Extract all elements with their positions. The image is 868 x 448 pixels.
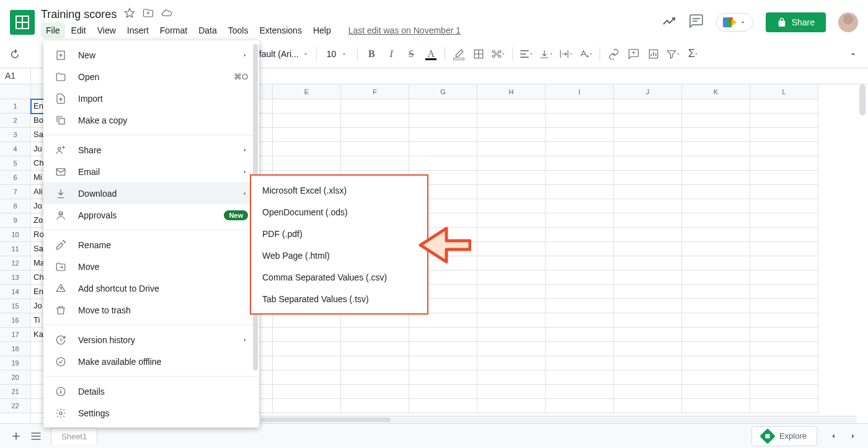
cell[interactable] — [477, 313, 546, 328]
cell[interactable] — [477, 228, 546, 242]
cell[interactable] — [682, 271, 750, 285]
cell[interactable] — [546, 399, 614, 413]
menu-tools[interactable]: Tools — [223, 23, 254, 38]
cell[interactable] — [546, 213, 614, 228]
last-edit-link[interactable]: Last edit was on November 1 — [348, 25, 461, 35]
cell[interactable] — [750, 370, 818, 385]
cell[interactable] — [614, 128, 682, 142]
row-header[interactable]: 1 — [0, 99, 30, 114]
cell[interactable] — [750, 256, 818, 271]
sheets-logo[interactable] — [10, 10, 35, 35]
cell[interactable] — [273, 399, 341, 413]
cell[interactable] — [273, 356, 341, 370]
menu-item-details[interactable]: Details — [43, 380, 259, 402]
menu-item-download[interactable]: Download — [43, 182, 259, 204]
menu-item-import[interactable]: Import — [43, 87, 259, 109]
filter-button[interactable] — [665, 45, 682, 63]
cell[interactable] — [750, 385, 818, 399]
row-header[interactable]: 10 — [0, 228, 30, 242]
cell[interactable] — [750, 356, 818, 370]
sheet-tab-1[interactable]: Sheet1 — [51, 428, 97, 445]
cell[interactable] — [750, 213, 818, 228]
menu-insert[interactable]: Insert — [122, 23, 154, 38]
cell[interactable] — [750, 114, 818, 128]
cell[interactable] — [409, 128, 477, 142]
cell[interactable] — [409, 99, 477, 114]
cell[interactable] — [546, 299, 614, 313]
row-header[interactable]: 9 — [0, 213, 30, 228]
cell[interactable] — [546, 385, 614, 399]
cell[interactable] — [273, 156, 341, 171]
cell[interactable] — [477, 328, 546, 342]
cell[interactable] — [682, 256, 750, 271]
cell[interactable] — [477, 156, 546, 171]
horizontal-scrollbar-thumb[interactable] — [260, 418, 391, 422]
submenu-item-xlsx[interactable]: Microsoft Excel (.xlsx) — [251, 179, 427, 201]
cell[interactable] — [477, 142, 546, 156]
cell[interactable] — [477, 356, 546, 370]
cell[interactable] — [750, 271, 818, 285]
cell[interactable] — [682, 199, 750, 213]
cell[interactable] — [477, 171, 546, 185]
cell[interactable] — [614, 213, 682, 228]
cell[interactable] — [409, 142, 477, 156]
cell[interactable] — [409, 328, 477, 342]
cell[interactable] — [341, 114, 409, 128]
cell[interactable] — [341, 399, 409, 413]
cell[interactable] — [750, 199, 818, 213]
row-header[interactable]: 6 — [0, 171, 30, 185]
document-title[interactable]: Training scores — [41, 8, 117, 21]
cell[interactable] — [750, 328, 818, 342]
column-header[interactable]: J — [614, 84, 682, 99]
insert-comment-button[interactable] — [625, 45, 642, 63]
column-header[interactable]: G — [409, 84, 477, 99]
row-header[interactable]: 11 — [0, 242, 30, 256]
vertical-scrollbar-thumb[interactable] — [859, 84, 866, 115]
cell[interactable] — [682, 399, 750, 413]
menu-format[interactable]: Format — [155, 23, 192, 38]
cell[interactable] — [614, 342, 682, 356]
cell[interactable] — [614, 256, 682, 271]
cell[interactable] — [614, 299, 682, 313]
column-header[interactable]: I — [546, 84, 614, 99]
add-sheet-button[interactable] — [6, 426, 26, 446]
row-header[interactable]: 22 — [0, 399, 30, 413]
cell[interactable] — [614, 313, 682, 328]
cell[interactable] — [546, 356, 614, 370]
cell[interactable] — [682, 242, 750, 256]
cell[interactable] — [546, 142, 614, 156]
submenu-item-ods[interactable]: OpenDocument (.ods) — [251, 201, 427, 223]
menu-item-rename[interactable]: Rename — [43, 234, 259, 256]
cell[interactable] — [341, 156, 409, 171]
menu-item-version-history[interactable]: Version history — [43, 329, 259, 351]
cell[interactable] — [750, 285, 818, 299]
column-header[interactable]: E — [273, 84, 341, 99]
name-box[interactable]: A1 — [0, 68, 31, 84]
cell[interactable] — [750, 399, 818, 413]
menu-item-approvals[interactable]: Approvals New — [43, 204, 259, 226]
row-header[interactable]: 14 — [0, 285, 30, 299]
cell[interactable] — [477, 399, 546, 413]
column-header[interactable]: K — [682, 84, 750, 99]
cell[interactable] — [273, 370, 341, 385]
insert-link-button[interactable] — [605, 45, 622, 63]
cell[interactable] — [546, 114, 614, 128]
strikethrough-button[interactable]: S — [402, 45, 420, 63]
cell[interactable] — [409, 370, 477, 385]
nav-left-button[interactable] — [825, 428, 842, 445]
cell[interactable] — [477, 242, 546, 256]
cell[interactable] — [750, 128, 818, 142]
cell[interactable] — [682, 114, 750, 128]
cell[interactable] — [614, 156, 682, 171]
cell[interactable] — [682, 370, 750, 385]
cell[interactable] — [477, 128, 546, 142]
menu-item-share[interactable]: Share — [43, 139, 259, 161]
menu-file[interactable]: File — [41, 23, 65, 38]
row-header[interactable]: 2 — [0, 114, 30, 128]
cell[interactable] — [341, 356, 409, 370]
cell[interactable] — [546, 185, 614, 199]
row-header[interactable]: 20 — [0, 370, 30, 385]
cell[interactable] — [750, 99, 818, 114]
menu-data[interactable]: Data — [193, 23, 222, 38]
borders-button[interactable] — [470, 45, 487, 63]
